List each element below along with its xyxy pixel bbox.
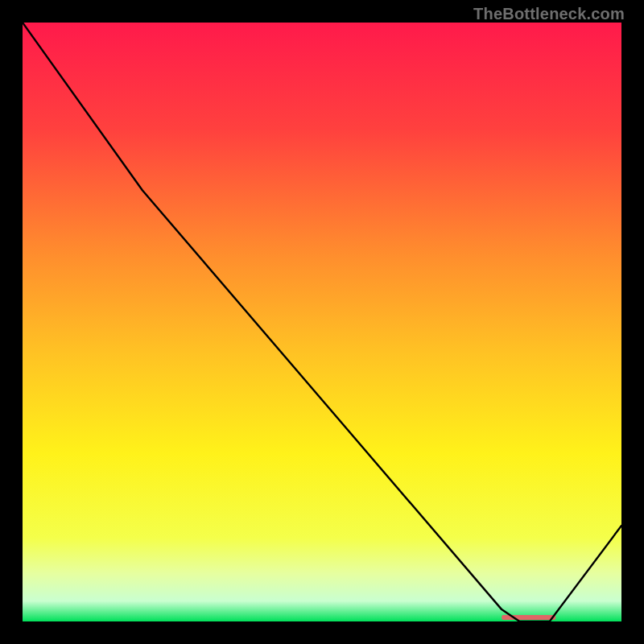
plot-area [23,23,621,621]
chart-frame: TheBottleneck.com [0,0,644,644]
heatmap-background [23,23,621,621]
chart-svg [23,23,621,621]
watermark-text: TheBottleneck.com [473,5,625,23]
